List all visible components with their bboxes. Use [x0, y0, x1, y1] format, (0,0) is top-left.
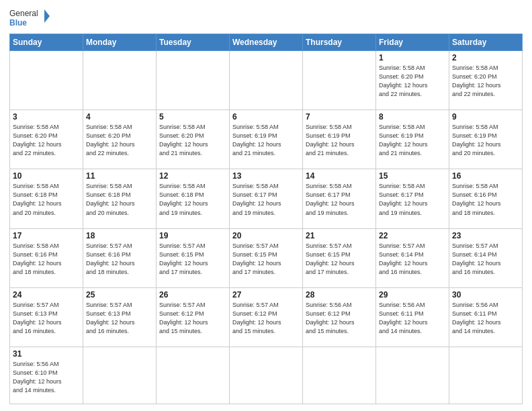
day-info: Sunrise: 5:58 AM Sunset: 6:18 PM Dayligh… — [159, 182, 226, 217]
calendar-cell — [449, 347, 523, 404]
day-number: 20 — [232, 231, 300, 240]
calendar-cell: 19Sunrise: 5:57 AM Sunset: 6:15 PM Dayli… — [157, 228, 230, 287]
day-info: Sunrise: 5:57 AM Sunset: 6:12 PM Dayligh… — [232, 301, 300, 336]
calendar-week-row: 10Sunrise: 5:58 AM Sunset: 6:18 PM Dayli… — [10, 169, 523, 228]
day-info: Sunrise: 5:56 AM Sunset: 6:11 PM Dayligh… — [379, 301, 446, 336]
calendar-cell: 14Sunrise: 5:58 AM Sunset: 6:17 PM Dayli… — [303, 169, 376, 228]
day-info: Sunrise: 5:57 AM Sunset: 6:15 PM Dayligh… — [306, 242, 373, 277]
calendar-cell: 23Sunrise: 5:57 AM Sunset: 6:14 PM Dayli… — [449, 228, 523, 287]
calendar-cell: 2Sunrise: 5:58 AM Sunset: 6:20 PM Daylig… — [449, 51, 523, 110]
day-info: Sunrise: 5:58 AM Sunset: 6:20 PM Dayligh… — [452, 64, 519, 99]
svg-text:General: General — [9, 9, 38, 18]
day-info: Sunrise: 5:58 AM Sunset: 6:20 PM Dayligh… — [86, 123, 153, 158]
calendar-cell: 5Sunrise: 5:58 AM Sunset: 6:20 PM Daylig… — [157, 110, 230, 169]
calendar-cell — [83, 51, 157, 110]
day-info: Sunrise: 5:58 AM Sunset: 6:18 PM Dayligh… — [13, 182, 80, 217]
calendar-cell — [376, 347, 449, 404]
calendar-cell: 13Sunrise: 5:58 AM Sunset: 6:17 PM Dayli… — [230, 169, 303, 228]
calendar-week-row: 17Sunrise: 5:58 AM Sunset: 6:16 PM Dayli… — [10, 228, 523, 287]
calendar-week-row: 1Sunrise: 5:58 AM Sunset: 6:20 PM Daylig… — [10, 51, 523, 110]
calendar-cell — [157, 51, 230, 110]
calendar-cell: 20Sunrise: 5:57 AM Sunset: 6:15 PM Dayli… — [230, 228, 303, 287]
day-number: 25 — [86, 290, 153, 300]
weekday-saturday: Saturday — [449, 34, 523, 51]
calendar-cell: 25Sunrise: 5:57 AM Sunset: 6:13 PM Dayli… — [83, 287, 157, 347]
day-number: 27 — [232, 290, 300, 300]
weekday-monday: Monday — [83, 34, 157, 51]
day-info: Sunrise: 5:58 AM Sunset: 6:19 PM Dayligh… — [379, 123, 446, 158]
day-number: 1 — [379, 53, 446, 62]
calendar-cell: 4Sunrise: 5:58 AM Sunset: 6:20 PM Daylig… — [83, 110, 157, 169]
calendar-cell: 9Sunrise: 5:58 AM Sunset: 6:19 PM Daylig… — [449, 110, 523, 169]
calendar-cell: 11Sunrise: 5:58 AM Sunset: 6:18 PM Dayli… — [83, 169, 157, 228]
calendar-cell: 31Sunrise: 5:56 AM Sunset: 6:10 PM Dayli… — [10, 347, 83, 404]
day-number: 16 — [452, 171, 519, 181]
day-number: 23 — [452, 231, 519, 240]
calendar-cell: 8Sunrise: 5:58 AM Sunset: 6:19 PM Daylig… — [376, 110, 449, 169]
calendar-cell: 30Sunrise: 5:56 AM Sunset: 6:11 PM Dayli… — [449, 287, 523, 347]
day-number: 7 — [306, 112, 373, 122]
day-info: Sunrise: 5:58 AM Sunset: 6:17 PM Dayligh… — [379, 182, 446, 217]
day-info: Sunrise: 5:58 AM Sunset: 6:19 PM Dayligh… — [232, 123, 300, 158]
day-number: 2 — [452, 53, 519, 62]
weekday-thursday: Thursday — [303, 34, 376, 51]
day-info: Sunrise: 5:58 AM Sunset: 6:18 PM Dayligh… — [86, 182, 153, 217]
logo: General Blue — [9, 7, 50, 28]
day-number: 31 — [13, 349, 80, 359]
day-number: 4 — [86, 112, 153, 122]
calendar-cell: 17Sunrise: 5:58 AM Sunset: 6:16 PM Dayli… — [10, 228, 83, 287]
day-number: 26 — [159, 290, 226, 300]
calendar-cell — [303, 347, 376, 404]
day-info: Sunrise: 5:58 AM Sunset: 6:20 PM Dayligh… — [159, 123, 226, 158]
day-number: 21 — [306, 231, 373, 240]
day-number: 9 — [452, 112, 519, 122]
day-number: 8 — [379, 112, 446, 122]
weekday-sunday: Sunday — [10, 34, 83, 51]
day-number: 3 — [13, 112, 80, 122]
day-number: 19 — [159, 231, 226, 240]
calendar-cell — [157, 347, 230, 404]
day-number: 24 — [13, 290, 80, 300]
day-number: 18 — [86, 231, 153, 240]
calendar-cell — [83, 347, 157, 404]
calendar-cell: 3Sunrise: 5:58 AM Sunset: 6:20 PM Daylig… — [10, 110, 83, 169]
day-info: Sunrise: 5:57 AM Sunset: 6:13 PM Dayligh… — [13, 301, 80, 336]
day-number: 22 — [379, 231, 446, 240]
day-info: Sunrise: 5:57 AM Sunset: 6:15 PM Dayligh… — [232, 242, 300, 277]
day-info: Sunrise: 5:56 AM Sunset: 6:12 PM Dayligh… — [306, 301, 373, 336]
day-number: 30 — [452, 290, 519, 300]
day-info: Sunrise: 5:57 AM Sunset: 6:15 PM Dayligh… — [159, 242, 226, 277]
calendar-cell — [230, 51, 303, 110]
calendar-cell: 22Sunrise: 5:57 AM Sunset: 6:14 PM Dayli… — [376, 228, 449, 287]
calendar-cell: 24Sunrise: 5:57 AM Sunset: 6:13 PM Dayli… — [10, 287, 83, 347]
calendar-cell — [10, 51, 83, 110]
svg-marker-2 — [44, 9, 50, 23]
day-number: 28 — [306, 290, 373, 300]
day-number: 15 — [379, 171, 446, 181]
day-info: Sunrise: 5:58 AM Sunset: 6:19 PM Dayligh… — [452, 123, 519, 158]
calendar-cell: 16Sunrise: 5:58 AM Sunset: 6:16 PM Dayli… — [449, 169, 523, 228]
day-info: Sunrise: 5:57 AM Sunset: 6:12 PM Dayligh… — [159, 301, 226, 336]
day-info: Sunrise: 5:57 AM Sunset: 6:14 PM Dayligh… — [379, 242, 446, 277]
svg-text:Blue: Blue — [9, 18, 27, 28]
day-number: 10 — [13, 171, 80, 181]
calendar-cell: 1Sunrise: 5:58 AM Sunset: 6:20 PM Daylig… — [376, 51, 449, 110]
day-info: Sunrise: 5:58 AM Sunset: 6:20 PM Dayligh… — [13, 123, 80, 158]
calendar-cell — [303, 51, 376, 110]
day-number: 6 — [232, 112, 300, 122]
day-number: 12 — [159, 171, 226, 181]
day-number: 17 — [13, 231, 80, 240]
calendar-cell: 15Sunrise: 5:58 AM Sunset: 6:17 PM Dayli… — [376, 169, 449, 228]
day-info: Sunrise: 5:58 AM Sunset: 6:20 PM Dayligh… — [379, 64, 446, 99]
day-number: 11 — [86, 171, 153, 181]
day-info: Sunrise: 5:58 AM Sunset: 6:19 PM Dayligh… — [306, 123, 373, 158]
calendar-cell: 10Sunrise: 5:58 AM Sunset: 6:18 PM Dayli… — [10, 169, 83, 228]
day-info: Sunrise: 5:56 AM Sunset: 6:10 PM Dayligh… — [13, 360, 80, 395]
day-number: 14 — [306, 171, 373, 181]
calendar-cell — [230, 347, 303, 404]
weekday-tuesday: Tuesday — [157, 34, 230, 51]
generalblue-logo-icon: General Blue — [9, 7, 50, 28]
calendar-week-row: 24Sunrise: 5:57 AM Sunset: 6:13 PM Dayli… — [10, 287, 523, 347]
day-info: Sunrise: 5:56 AM Sunset: 6:11 PM Dayligh… — [452, 301, 519, 336]
calendar-cell: 7Sunrise: 5:58 AM Sunset: 6:19 PM Daylig… — [303, 110, 376, 169]
